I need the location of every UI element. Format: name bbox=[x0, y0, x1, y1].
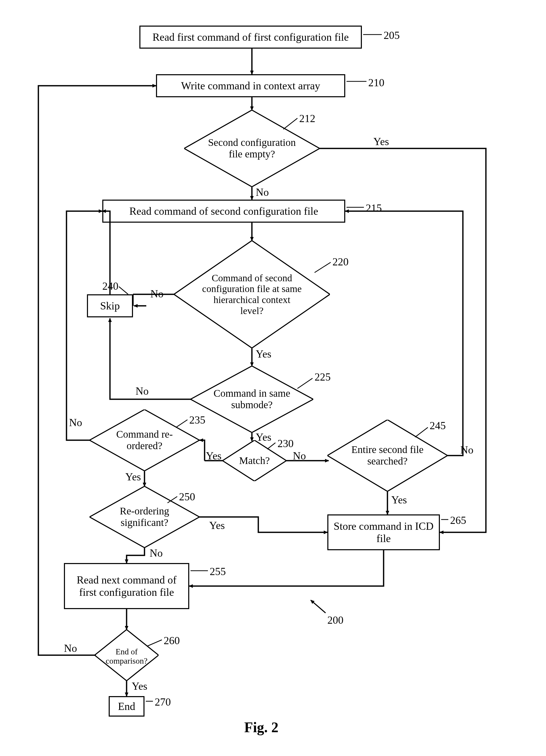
edge-220-yes: Yes bbox=[256, 348, 272, 360]
ref-225: 225 bbox=[314, 371, 331, 383]
node-205: Read first command of first configuratio… bbox=[139, 26, 362, 49]
node-240: Skip bbox=[87, 294, 133, 317]
node-245-label: Entire second file searched? bbox=[349, 444, 426, 467]
node-225-label: Command in same submode? bbox=[212, 388, 291, 411]
node-215: Read command of second configuration fil… bbox=[102, 200, 345, 223]
ref-260: 260 bbox=[164, 635, 180, 646]
ref-245: 245 bbox=[430, 420, 446, 431]
node-260: End of comparison? bbox=[95, 630, 159, 681]
node-255: Read next command of first configuration… bbox=[64, 563, 189, 609]
ref-205: 205 bbox=[384, 29, 400, 41]
node-220: Command of second configuration file at … bbox=[174, 241, 330, 348]
edge-250-no: No bbox=[150, 547, 163, 559]
edge-235-no: No bbox=[69, 417, 82, 428]
ref-212: 212 bbox=[299, 113, 315, 124]
ref-235: 235 bbox=[189, 414, 205, 426]
edge-212-yes: Yes bbox=[373, 136, 389, 147]
edge-230-yes: Yes bbox=[206, 450, 222, 462]
ref-270: 270 bbox=[155, 696, 171, 708]
node-212-label: Second configuration file empty? bbox=[205, 137, 299, 160]
ref-250: 250 bbox=[179, 491, 195, 503]
ref-240: 240 bbox=[102, 280, 118, 292]
node-265-label: Store command in ICD file bbox=[331, 520, 436, 545]
svg-line-17 bbox=[119, 287, 128, 294]
edge-212-no: No bbox=[256, 186, 269, 198]
node-225: Command in same submode? bbox=[191, 366, 313, 433]
node-205-label: Read first command of first configuratio… bbox=[153, 31, 348, 43]
flowchart-canvas: Read first command of first configuratio… bbox=[0, 0, 546, 756]
node-215-label: Read command of second configuration fil… bbox=[129, 205, 318, 217]
edge-220-no: No bbox=[150, 288, 164, 300]
edge-230-no: No bbox=[293, 450, 306, 462]
ref-210: 210 bbox=[368, 77, 384, 89]
node-240-label: Skip bbox=[100, 300, 120, 312]
ref-220: 220 bbox=[332, 256, 348, 268]
ref-200: 200 bbox=[327, 614, 343, 626]
node-230: Match? bbox=[223, 440, 286, 481]
edge-260-yes: Yes bbox=[132, 680, 147, 692]
edge-260-no: No bbox=[64, 642, 77, 654]
node-210-label: Write command in context array bbox=[181, 80, 320, 92]
node-250-label: Re-ordering significant? bbox=[110, 505, 179, 528]
node-210: Write command in context array bbox=[156, 74, 345, 97]
ref-230: 230 bbox=[277, 438, 293, 449]
node-220-label: Command of second configuration file at … bbox=[202, 273, 302, 316]
svg-line-24 bbox=[311, 600, 325, 613]
ref-215: 215 bbox=[366, 202, 382, 214]
edge-235-yes: Yes bbox=[125, 471, 141, 483]
node-255-label: Read next command of first configuration… bbox=[68, 574, 186, 599]
edge-225-no: No bbox=[136, 385, 149, 397]
edge-245-no: No bbox=[460, 444, 473, 456]
node-235: Command re-ordered? bbox=[90, 409, 200, 471]
edge-225-yes: Yes bbox=[256, 431, 272, 443]
ref-265: 265 bbox=[450, 514, 466, 526]
ref-255: 255 bbox=[210, 566, 226, 577]
node-270-label: End bbox=[118, 700, 135, 712]
node-260-label: End of comparison? bbox=[104, 647, 150, 666]
edge-250-yes: Yes bbox=[209, 520, 225, 531]
node-265: Store command in ICD file bbox=[327, 514, 440, 550]
node-235-label: Command re-ordered? bbox=[110, 429, 179, 452]
edge-245-yes: Yes bbox=[391, 494, 407, 506]
figure-label: Fig. 2 bbox=[244, 719, 278, 736]
node-230-label: Match? bbox=[239, 455, 270, 467]
node-270: End bbox=[109, 696, 145, 717]
